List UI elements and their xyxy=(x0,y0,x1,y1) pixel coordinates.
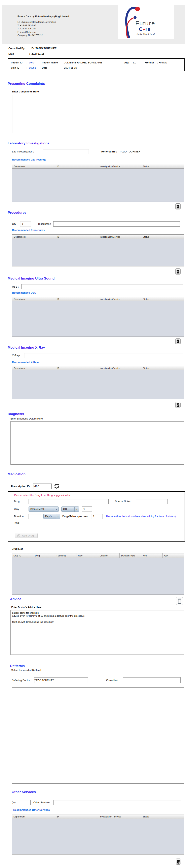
prescription-id-input[interactable] xyxy=(33,484,52,489)
recommended-lab-link[interactable]: Recommended Lab Testings xyxy=(12,158,187,161)
uss-field-label: USS : xyxy=(12,285,21,288)
xray-table: Department ID Investigation/Service Stat… xyxy=(12,366,184,399)
section-title-advice: Advice xyxy=(10,597,21,601)
duration-input[interactable] xyxy=(29,514,41,519)
refresh-prescription-button[interactable] xyxy=(54,483,60,489)
drug-table-body xyxy=(12,558,184,594)
other-services-input[interactable] xyxy=(53,800,181,805)
section-title-referrals: Refferals xyxy=(10,664,187,668)
company-logo: Future C♥re Body Mind Soul xyxy=(118,4,174,39)
diagnosis-textarea[interactable] xyxy=(10,421,184,465)
complaints-textarea[interactable] xyxy=(12,95,184,133)
trash-icon xyxy=(176,403,180,407)
frequency-select[interactable]: OD ▼ xyxy=(61,506,79,512)
drug-suggestion-warning: Please select the Drug from Drug suggess… xyxy=(14,494,71,497)
lab-investigation-input[interactable] xyxy=(43,149,89,154)
uss-input[interactable] xyxy=(21,284,183,289)
uss-delete-button[interactable] xyxy=(175,338,181,344)
referral-list-box[interactable] xyxy=(12,687,184,784)
consultant-input[interactable] xyxy=(123,677,181,683)
section-title-lab: Laboratory Investigations xyxy=(8,142,187,146)
recommended-other-link[interactable]: Recommended Other Services xyxy=(13,809,187,811)
drug-table: Drug ID Drug Fequency Way Duration Durat… xyxy=(12,553,184,595)
patient-id-value: 7043 xyxy=(29,61,35,64)
company-email: E: jude@future.sc xyxy=(17,30,98,34)
consulted-by-value: Dr. TAZIO TOURNIER xyxy=(32,47,57,50)
other-qty-input[interactable] xyxy=(20,800,31,805)
drug-input[interactable] xyxy=(29,499,109,504)
drug-col-duration-type: Duration Type xyxy=(120,553,141,558)
per-meal-label: Drugs/Tablets per meal : xyxy=(62,515,89,518)
chevron-down-icon: ▼ xyxy=(74,507,79,512)
advice-delete-button[interactable] xyxy=(176,597,183,605)
dose-input[interactable] xyxy=(82,506,92,512)
other-col-id: ID xyxy=(55,814,98,819)
advice-input-label: Enter Doctor's Advice Here xyxy=(11,606,187,609)
consult-date-sep: : xyxy=(29,52,30,55)
xray-input[interactable] xyxy=(24,353,183,358)
section-title-procedures: Procedures xyxy=(8,211,187,215)
medication-entry-panel: Please select the Drug from Drug suggess… xyxy=(8,491,185,541)
lab-delete-button[interactable] xyxy=(175,204,181,210)
special-notes-input[interactable] xyxy=(136,499,167,504)
decimal-hint: Please add as decimal numbers when addin… xyxy=(106,515,176,518)
per-meal-input[interactable] xyxy=(91,514,103,519)
other-col-service: Investigation / Service xyxy=(98,814,141,819)
referring-doctor-input[interactable] xyxy=(34,678,88,683)
xray-col-department: Department xyxy=(12,366,55,370)
lab-col-service: Investigation/Service xyxy=(98,164,141,168)
duration-label: Duration : xyxy=(14,515,29,518)
consultant-label: Consultant xyxy=(106,679,118,682)
add-drug-button[interactable]: Add Drug xyxy=(15,533,38,538)
uss-col-status: Status xyxy=(141,297,184,301)
trash-icon xyxy=(176,339,180,343)
visit-id-value: 16965 xyxy=(29,66,36,69)
patient-name-value: : JULIENNE RACHEL BONNLAME xyxy=(63,61,102,64)
recommended-xray-link[interactable]: Recommended X-Rays xyxy=(12,361,187,364)
other-delete-button[interactable] xyxy=(176,859,181,865)
refresh-icon xyxy=(54,483,60,489)
company-name: Future Care by Future Holdings (Pty) Lim… xyxy=(17,15,98,19)
logo-tagline: Body Mind Soul xyxy=(137,33,172,36)
procedures-qty-label: Qty : xyxy=(12,222,20,225)
lab-table: Department ID Investigation/Service Stat… xyxy=(12,164,184,202)
uss-table-body xyxy=(12,301,184,337)
advice-textarea[interactable]: patient came for check up advice given f… xyxy=(10,610,184,655)
xray-col-service: Investigation/Service xyxy=(98,366,141,370)
consult-date-value: 2024-11-15 xyxy=(32,52,44,55)
company-phone-2: T: +24 84 225 252 xyxy=(17,27,98,30)
trash-icon xyxy=(176,270,180,274)
recommended-procedures-link[interactable]: Recommended Procedures xyxy=(12,229,187,231)
other-col-department: Department xyxy=(12,814,55,819)
trash-outline-icon xyxy=(177,598,182,604)
meal-time-select[interactable]: Before Meal ▼ xyxy=(29,506,59,512)
plus-circle-icon xyxy=(17,534,20,537)
patient-age-value: : 61 xyxy=(132,61,136,64)
lab-col-status: Status xyxy=(141,164,184,168)
chevron-down-icon: ▼ xyxy=(56,514,60,519)
referrals-sub-label: Select the needed Refferal xyxy=(11,669,187,672)
procedures-delete-button[interactable] xyxy=(175,269,181,275)
section-title-diagnosis: Diagnosis xyxy=(8,412,187,416)
logo-wordmark-future: Future xyxy=(135,20,172,27)
consulted-by-sep: : xyxy=(29,47,30,50)
section-title-other-services: Other Services xyxy=(12,790,187,794)
drug-col-drug: Drug xyxy=(33,553,55,558)
referred-by-value: TAZIO TOURNIER xyxy=(119,150,140,153)
special-notes-label: Special Notes xyxy=(115,500,130,503)
trash-icon xyxy=(177,860,180,864)
procedures-input[interactable] xyxy=(53,221,180,226)
lab-table-body xyxy=(12,168,184,202)
diagnosis-input-label: Enter Diagnosis Details Here xyxy=(10,417,187,420)
drug-col-way: Way xyxy=(76,553,98,558)
recommended-uss-link[interactable]: Recommended USS xyxy=(12,291,187,294)
duration-unit-select[interactable]: Day/s ▼ xyxy=(43,514,60,519)
trash-icon xyxy=(176,205,180,209)
procedures-qty-input[interactable] xyxy=(20,221,31,227)
company-phone-1: T: +24 82 593 593 xyxy=(17,24,98,27)
referred-by-label: Reffered By : xyxy=(101,150,117,153)
patient-id-label: Patient ID xyxy=(11,61,23,64)
procedures-col-status: Status xyxy=(141,235,184,239)
other-col-status: Status xyxy=(141,814,184,819)
xray-delete-button[interactable] xyxy=(175,402,181,408)
